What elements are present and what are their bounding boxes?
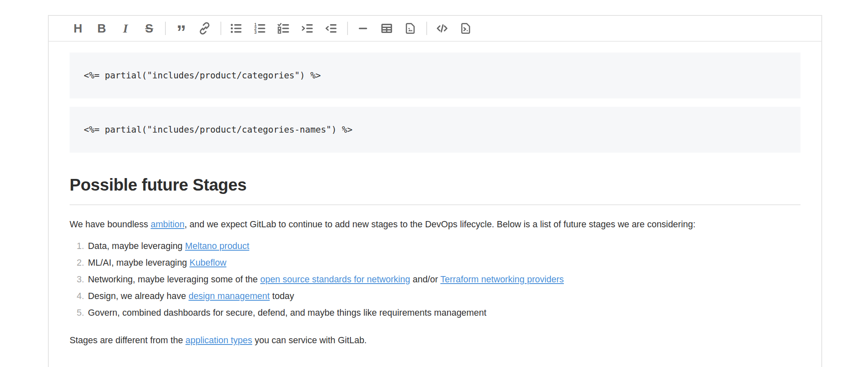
list-marker: 1. [70, 238, 88, 254]
indent-icon [301, 22, 314, 35]
bullet-list-icon [230, 22, 243, 35]
list-item: 5. Govern, combined dashboards for secur… [70, 304, 800, 321]
editor-toolbar: H B I S ” [49, 16, 821, 42]
italic-button[interactable]: I [116, 19, 135, 38]
link-button[interactable] [195, 19, 214, 38]
list-marker: 2. [70, 254, 88, 271]
text-segment: Stages are different from the [70, 335, 185, 345]
text-segment: you can service with GitLab. [252, 335, 367, 345]
image-icon [404, 22, 417, 35]
list-item: 3. Networking, maybe leveraging some of … [70, 271, 800, 288]
code-block-icon [460, 22, 472, 35]
text-segment: today [270, 291, 294, 301]
document-body: <%= partial("includes/product/categories… [49, 53, 821, 349]
list-item-text: Govern, combined dashboards for secure, … [88, 304, 486, 321]
indent-button[interactable] [298, 19, 317, 38]
ordered-list-button[interactable]: 1 2 3 [251, 19, 269, 38]
doc-link[interactable]: application types [185, 335, 252, 345]
text-segment: Govern, combined dashboards for secure, … [88, 308, 486, 318]
horizontal-rule-icon [357, 22, 369, 35]
svg-text:3: 3 [254, 30, 257, 35]
code-block: <%= partial("includes/product/categories… [70, 53, 800, 98]
list-item: 2. ML/AI, maybe leveraging Kubeflow [70, 254, 800, 271]
outdent-button[interactable] [322, 19, 340, 38]
strikethrough-button[interactable]: S [140, 19, 158, 38]
doc-link[interactable]: Meltano product [185, 241, 249, 251]
doc-link[interactable]: Terraform networking providers [440, 274, 564, 284]
table-button[interactable] [378, 19, 396, 38]
list-marker: 5. [70, 304, 88, 321]
list-item-text: ML/AI, maybe leveraging Kubeflow [88, 254, 226, 271]
toolbar-divider [426, 22, 427, 35]
italic-icon: I [123, 22, 128, 35]
list-marker: 3. [70, 271, 88, 288]
toolbar-divider [220, 22, 221, 35]
code-icon [436, 22, 448, 35]
code-block-button[interactable] [457, 19, 475, 38]
text-segment: We have boundless [70, 219, 150, 229]
blockquote-button[interactable]: ” [172, 19, 190, 38]
list-item: 1. Data, maybe leveraging Meltano produc… [70, 238, 800, 254]
future-stages-list: 1. Data, maybe leveraging Meltano produc… [70, 238, 800, 321]
doc-link[interactable]: design management [188, 291, 270, 301]
strikethrough-icon: S [145, 23, 153, 35]
blockquote-icon: ” [177, 28, 185, 36]
list-item-text: Design, we already have design managemen… [88, 288, 294, 304]
doc-link[interactable]: ambition [150, 219, 184, 229]
text-segment: Design, we already have [88, 291, 188, 301]
doc-link[interactable]: open source standards for networking [260, 274, 410, 284]
doc-link[interactable]: Kubeflow [190, 258, 226, 268]
heading-icon: H [74, 23, 83, 35]
list-item-text: Data, maybe leveraging Meltano product [88, 238, 249, 254]
link-icon [198, 22, 211, 35]
outdent-icon [325, 22, 338, 35]
task-list-icon [278, 22, 290, 35]
text-segment: and/or [410, 274, 440, 284]
markdown-editor: H B I S ” [48, 15, 822, 367]
code-button[interactable] [433, 19, 451, 38]
intro-paragraph: We have boundless ambition, and we expec… [70, 216, 800, 233]
toolbar-divider [347, 22, 348, 35]
text-segment: , and we expect GitLab to continue to ad… [185, 219, 695, 229]
bullet-list-button[interactable] [227, 19, 245, 38]
list-item: 4. Design, we already have design manage… [70, 288, 800, 304]
ordered-list-icon: 1 2 3 [254, 22, 266, 35]
text-segment: Data, maybe leveraging [88, 241, 185, 251]
bold-button[interactable]: B [93, 19, 111, 38]
outro-paragraph: Stages are different from the applicatio… [70, 332, 800, 349]
section-heading: Possible future Stages [70, 175, 800, 194]
bold-icon: B [98, 23, 106, 35]
heading-button[interactable]: H [69, 19, 87, 38]
task-list-button[interactable] [275, 19, 293, 38]
image-button[interactable] [401, 19, 420, 38]
code-block: <%= partial("includes/product/categories… [70, 107, 800, 153]
horizontal-rule-button[interactable] [354, 19, 372, 38]
list-marker: 4. [70, 288, 88, 304]
text-segment: ML/AI, maybe leveraging [88, 258, 190, 268]
code-text: <%= partial("includes/product/categories… [84, 70, 321, 80]
heading-rule [70, 204, 800, 205]
code-text: <%= partial("includes/product/categories… [84, 125, 353, 135]
text-segment: Networking, maybe leveraging some of the [88, 274, 260, 284]
table-icon [380, 22, 393, 35]
toolbar-divider [165, 22, 166, 35]
list-item-text: Networking, maybe leveraging some of the… [88, 271, 564, 288]
